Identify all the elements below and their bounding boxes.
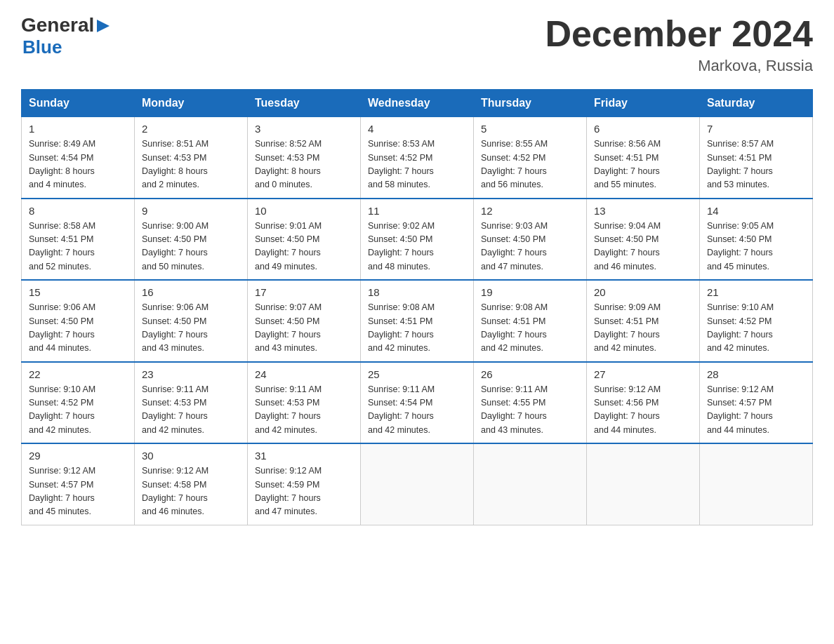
weekday-header-thursday: Thursday [474,90,587,117]
day-number: 20 [594,286,692,298]
calendar-cell: 5Sunrise: 8:55 AM Sunset: 4:52 PM Daylig… [474,117,587,199]
day-number: 31 [255,450,353,462]
logo-general-text: General [21,14,94,36]
calendar-cell: 22Sunrise: 9:10 AM Sunset: 4:52 PM Dayli… [22,362,135,444]
day-info: Sunrise: 9:11 AM Sunset: 4:55 PM Dayligh… [481,383,579,438]
calendar-week-row: 15Sunrise: 9:06 AM Sunset: 4:50 PM Dayli… [22,280,813,362]
calendar-cell: 2Sunrise: 8:51 AM Sunset: 4:53 PM Daylig… [135,117,248,199]
location-subtitle: Markova, Russia [545,57,813,75]
day-info: Sunrise: 9:03 AM Sunset: 4:50 PM Dayligh… [481,220,579,274]
day-info: Sunrise: 9:08 AM Sunset: 4:51 PM Dayligh… [481,301,579,356]
calendar-cell [700,443,813,525]
calendar-cell: 26Sunrise: 9:11 AM Sunset: 4:55 PM Dayli… [474,362,587,444]
day-number: 19 [481,286,579,298]
day-info: Sunrise: 9:08 AM Sunset: 4:51 PM Dayligh… [368,301,466,356]
calendar-cell: 27Sunrise: 9:12 AM Sunset: 4:56 PM Dayli… [587,362,700,444]
day-number: 16 [142,286,240,298]
calendar-cell: 11Sunrise: 9:02 AM Sunset: 4:50 PM Dayli… [361,199,474,281]
calendar-table: SundayMondayTuesdayWednesdayThursdayFrid… [21,89,813,525]
calendar-cell: 17Sunrise: 9:07 AM Sunset: 4:50 PM Dayli… [248,280,361,362]
calendar-cell: 30Sunrise: 9:12 AM Sunset: 4:58 PM Dayli… [135,443,248,525]
calendar-week-row: 1Sunrise: 8:49 AM Sunset: 4:54 PM Daylig… [22,117,813,199]
day-number: 18 [368,286,466,298]
day-info: Sunrise: 9:05 AM Sunset: 4:50 PM Dayligh… [707,220,805,274]
day-number: 21 [707,286,805,298]
day-number: 8 [29,205,127,217]
weekday-header-monday: Monday [135,90,248,117]
calendar-cell: 13Sunrise: 9:04 AM Sunset: 4:50 PM Dayli… [587,199,700,281]
calendar-cell: 12Sunrise: 9:03 AM Sunset: 4:50 PM Dayli… [474,199,587,281]
calendar-cell: 19Sunrise: 9:08 AM Sunset: 4:51 PM Dayli… [474,280,587,362]
day-number: 30 [142,450,240,462]
calendar-week-row: 29Sunrise: 9:12 AM Sunset: 4:57 PM Dayli… [22,443,813,525]
calendar-week-row: 22Sunrise: 9:10 AM Sunset: 4:52 PM Dayli… [22,362,813,444]
day-info: Sunrise: 9:04 AM Sunset: 4:50 PM Dayligh… [594,220,692,274]
calendar-cell: 18Sunrise: 9:08 AM Sunset: 4:51 PM Dayli… [361,280,474,362]
calendar-cell: 20Sunrise: 9:09 AM Sunset: 4:51 PM Dayli… [587,280,700,362]
calendar-cell: 8Sunrise: 8:58 AM Sunset: 4:51 PM Daylig… [22,199,135,281]
day-info: Sunrise: 9:10 AM Sunset: 4:52 PM Dayligh… [707,301,805,356]
day-info: Sunrise: 9:12 AM Sunset: 4:57 PM Dayligh… [29,464,127,519]
day-info: Sunrise: 9:09 AM Sunset: 4:51 PM Dayligh… [594,301,692,356]
day-number: 25 [368,368,466,380]
day-number: 7 [707,123,805,135]
day-info: Sunrise: 9:12 AM Sunset: 4:59 PM Dayligh… [255,464,353,519]
day-number: 23 [142,368,240,380]
calendar-cell: 7Sunrise: 8:57 AM Sunset: 4:51 PM Daylig… [700,117,813,199]
day-number: 3 [255,123,353,135]
day-number: 17 [255,286,353,298]
day-info: Sunrise: 9:01 AM Sunset: 4:50 PM Dayligh… [255,220,353,274]
weekday-header-wednesday: Wednesday [361,90,474,117]
calendar-cell: 6Sunrise: 8:56 AM Sunset: 4:51 PM Daylig… [587,117,700,199]
day-number: 2 [142,123,240,135]
day-info: Sunrise: 9:02 AM Sunset: 4:50 PM Dayligh… [368,220,466,274]
day-info: Sunrise: 8:55 AM Sunset: 4:52 PM Dayligh… [481,137,579,192]
page-header: General Blue December 2024 Markova, Russ… [21,14,813,75]
calendar-cell: 25Sunrise: 9:11 AM Sunset: 4:54 PM Dayli… [361,362,474,444]
weekday-header-row: SundayMondayTuesdayWednesdayThursdayFrid… [22,90,813,117]
calendar-cell: 4Sunrise: 8:53 AM Sunset: 4:52 PM Daylig… [361,117,474,199]
calendar-cell: 9Sunrise: 9:00 AM Sunset: 4:50 PM Daylig… [135,199,248,281]
month-title: December 2024 [545,14,813,54]
day-info: Sunrise: 9:11 AM Sunset: 4:53 PM Dayligh… [142,383,240,438]
day-info: Sunrise: 9:12 AM Sunset: 4:57 PM Dayligh… [707,383,805,438]
day-number: 29 [29,450,127,462]
calendar-cell: 28Sunrise: 9:12 AM Sunset: 4:57 PM Dayli… [700,362,813,444]
calendar-cell: 24Sunrise: 9:11 AM Sunset: 4:53 PM Dayli… [248,362,361,444]
day-number: 1 [29,123,127,135]
calendar-cell: 21Sunrise: 9:10 AM Sunset: 4:52 PM Dayli… [700,280,813,362]
day-info: Sunrise: 8:51 AM Sunset: 4:53 PM Dayligh… [142,137,240,192]
day-number: 4 [368,123,466,135]
day-number: 6 [594,123,692,135]
day-number: 10 [255,205,353,217]
day-info: Sunrise: 8:52 AM Sunset: 4:53 PM Dayligh… [255,137,353,192]
day-number: 12 [481,205,579,217]
day-number: 5 [481,123,579,135]
calendar-cell: 16Sunrise: 9:06 AM Sunset: 4:50 PM Dayli… [135,280,248,362]
calendar-cell: 31Sunrise: 9:12 AM Sunset: 4:59 PM Dayli… [248,443,361,525]
day-info: Sunrise: 9:07 AM Sunset: 4:50 PM Dayligh… [255,301,353,356]
logo: General Blue [21,14,111,58]
weekday-header-sunday: Sunday [22,90,135,117]
day-info: Sunrise: 8:56 AM Sunset: 4:51 PM Dayligh… [594,137,692,192]
svg-marker-0 [97,20,110,32]
day-info: Sunrise: 8:57 AM Sunset: 4:51 PM Dayligh… [707,137,805,192]
day-info: Sunrise: 9:11 AM Sunset: 4:54 PM Dayligh… [368,383,466,438]
day-number: 26 [481,368,579,380]
day-number: 27 [594,368,692,380]
day-info: Sunrise: 9:10 AM Sunset: 4:52 PM Dayligh… [29,383,127,438]
day-number: 9 [142,205,240,217]
day-info: Sunrise: 8:53 AM Sunset: 4:52 PM Dayligh… [368,137,466,192]
day-info: Sunrise: 9:12 AM Sunset: 4:56 PM Dayligh… [594,383,692,438]
calendar-cell: 23Sunrise: 9:11 AM Sunset: 4:53 PM Dayli… [135,362,248,444]
title-block: December 2024 Markova, Russia [545,14,813,75]
calendar-cell: 29Sunrise: 9:12 AM Sunset: 4:57 PM Dayli… [22,443,135,525]
day-info: Sunrise: 8:58 AM Sunset: 4:51 PM Dayligh… [29,220,127,274]
calendar-cell: 15Sunrise: 9:06 AM Sunset: 4:50 PM Dayli… [22,280,135,362]
day-info: Sunrise: 9:06 AM Sunset: 4:50 PM Dayligh… [142,301,240,356]
calendar-week-row: 8Sunrise: 8:58 AM Sunset: 4:51 PM Daylig… [22,199,813,281]
day-number: 22 [29,368,127,380]
weekday-header-saturday: Saturday [700,90,813,117]
calendar-cell [361,443,474,525]
day-info: Sunrise: 9:11 AM Sunset: 4:53 PM Dayligh… [255,383,353,438]
